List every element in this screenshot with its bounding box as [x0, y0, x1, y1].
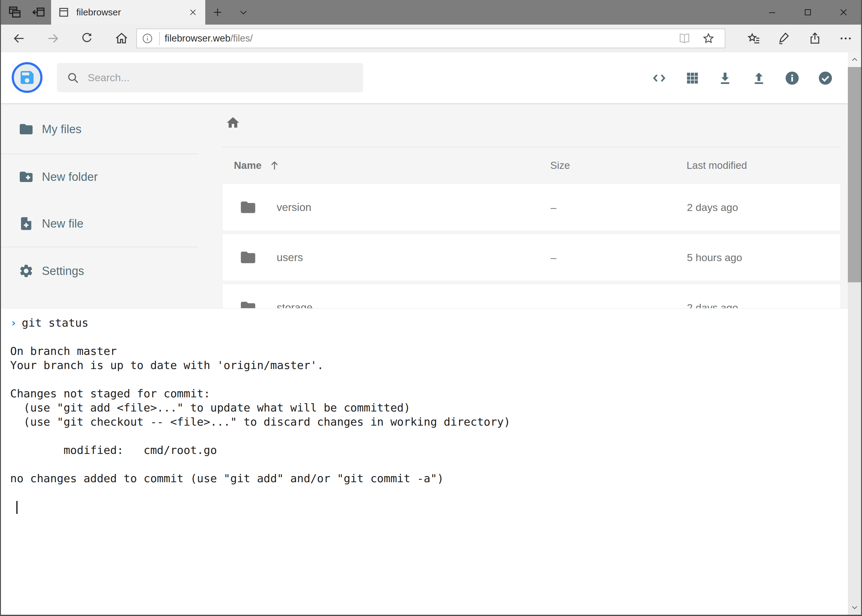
- scroll-down-button[interactable]: [848, 600, 861, 615]
- tabs-preview-icon: [8, 6, 22, 19]
- sort-ascending-arrow-icon: [262, 159, 281, 171]
- floppy-disk-icon: [19, 69, 36, 86]
- sidebar-divider: [1, 154, 199, 154]
- folder-icon: [19, 121, 34, 137]
- file-row-version[interactable]: version – 2 days ago: [222, 184, 841, 231]
- new-tab-button[interactable]: [208, 0, 227, 25]
- star-icon: [702, 32, 715, 45]
- home-icon: [115, 31, 129, 46]
- sort-by-modified-header[interactable]: Last modified: [687, 160, 841, 171]
- listing-header: Name Size Last modified: [222, 147, 841, 184]
- maximize-icon: [803, 8, 812, 17]
- terminal-blank-line: [10, 486, 848, 500]
- site-info-button[interactable]: [141, 32, 154, 45]
- search-icon: [66, 71, 80, 85]
- file-row-users[interactable]: users – 5 hours ago: [222, 234, 841, 281]
- ellipsis-icon: [838, 31, 853, 46]
- tab-preview-button[interactable]: [5, 0, 25, 25]
- file-size: –: [550, 201, 687, 214]
- search-input[interactable]: [87, 71, 341, 84]
- terminal-output-line: On branch master: [10, 344, 848, 358]
- sidebar-item-new-folder[interactable]: New folder: [1, 159, 199, 195]
- info-circle-icon: [141, 32, 154, 45]
- chevron-up-icon: [851, 56, 859, 64]
- terminal-command: git status: [22, 316, 89, 329]
- tab-list-dropdown-button[interactable]: [233, 0, 253, 25]
- back-button[interactable]: [9, 28, 29, 48]
- terminal-output-line: Changes not staged for commit:: [10, 387, 848, 401]
- sidebar-item-settings[interactable]: Settings: [1, 253, 199, 289]
- terminal-output-line: [10, 457, 848, 471]
- more-menu-button[interactable]: [835, 28, 856, 48]
- home-button[interactable]: [112, 28, 131, 48]
- file-modified: 5 hours ago: [687, 251, 840, 264]
- sidebar-item-new-file[interactable]: New file: [1, 205, 199, 242]
- share-button[interactable]: [804, 28, 826, 48]
- raw-editor-button[interactable]: [648, 68, 671, 88]
- file-modified: 2 days ago: [687, 201, 840, 214]
- terminal-input-line[interactable]: [10, 500, 848, 514]
- app-logo[interactable]: [12, 62, 43, 93]
- address-bar[interactable]: filebrowser.web/files/: [136, 28, 725, 48]
- url-text: filebrowser.web/files/: [165, 33, 253, 44]
- url-path: /files/: [230, 33, 253, 44]
- scrollbar-thumb[interactable]: [848, 67, 861, 282]
- text-cursor: [16, 501, 17, 514]
- view-mode-button[interactable]: [681, 68, 704, 88]
- upload-icon: [751, 71, 767, 86]
- page-favicon-icon: [58, 6, 69, 18]
- terminal-output-line: modified: cmd/root.go: [10, 443, 848, 457]
- breadcrumb-home-button[interactable]: [225, 115, 243, 131]
- sort-by-size-header[interactable]: Size: [550, 160, 687, 171]
- tab-strip: filebrowser: [1, 0, 861, 25]
- reading-view-button[interactable]: [674, 29, 695, 48]
- sidebar-item-label: New file: [42, 217, 84, 230]
- back-arrow-icon: [12, 32, 26, 45]
- sidebar-item-my-files[interactable]: My files: [1, 111, 199, 148]
- grid-view-icon: [685, 71, 700, 85]
- info-button[interactable]: [780, 68, 804, 88]
- tab-close-button[interactable]: [188, 7, 198, 17]
- check-circle-icon: [818, 71, 833, 86]
- terminal-output-line: Your branch is up to date with 'origin/m…: [10, 358, 848, 372]
- page-scrollbar[interactable]: [848, 52, 861, 615]
- browser-window: filebrowser: [0, 0, 862, 616]
- forward-button[interactable]: [43, 28, 63, 48]
- folder-icon: [222, 199, 257, 216]
- favorites-hub-button[interactable]: [743, 28, 765, 48]
- search-box: [57, 63, 363, 92]
- terminal-panel[interactable]: ›git status On branch master Your branch…: [1, 308, 848, 615]
- minimize-icon: [767, 8, 777, 17]
- book-icon: [678, 32, 691, 45]
- terminal-output-line: [10, 372, 848, 387]
- sidebar-item-label: New folder: [42, 170, 98, 184]
- terminal-output-line: [10, 429, 848, 443]
- plus-icon: [212, 7, 223, 18]
- file-name: users: [277, 251, 303, 264]
- forward-arrow-icon: [46, 32, 60, 45]
- terminal-command-line: ›git status: [10, 316, 848, 330]
- set-tabs-aside-button[interactable]: [29, 0, 49, 25]
- annotate-button[interactable]: [773, 28, 794, 48]
- sidebar-item-label: Settings: [42, 264, 84, 278]
- share-icon: [808, 31, 822, 46]
- add-favorite-button[interactable]: [698, 29, 719, 48]
- browser-tab[interactable]: filebrowser: [51, 0, 205, 25]
- refresh-button[interactable]: [77, 28, 97, 48]
- scroll-up-button[interactable]: [848, 52, 861, 67]
- close-icon: [838, 7, 848, 17]
- url-host: filebrowser.web: [165, 33, 230, 44]
- download-icon: [717, 71, 733, 86]
- window-minimize-button[interactable]: [759, 0, 785, 25]
- window-maximize-button[interactable]: [794, 0, 821, 25]
- code-icon: [651, 71, 667, 86]
- window-close-button[interactable]: [830, 0, 857, 25]
- upload-button[interactable]: [747, 68, 771, 88]
- select-multiple-button[interactable]: [814, 68, 837, 88]
- favorites-hub-icon: [747, 31, 761, 46]
- file-size: –: [550, 251, 687, 264]
- download-button[interactable]: [713, 68, 737, 88]
- pen-icon: [777, 31, 791, 46]
- column-label-modified: Last modified: [687, 160, 747, 171]
- sort-by-name-header[interactable]: Name: [222, 159, 550, 171]
